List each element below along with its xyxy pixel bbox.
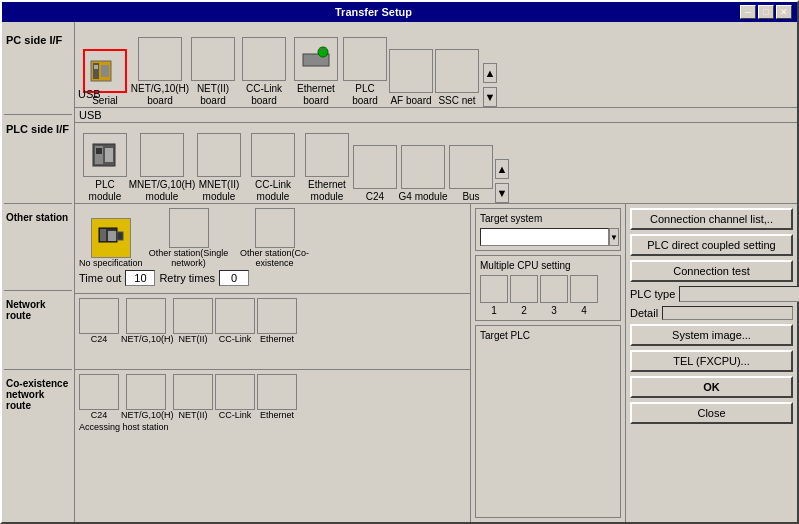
svg-rect-2 [101, 65, 109, 77]
plc-mnetg10h-icon[interactable]: MNET/G,10(H) module [133, 133, 191, 203]
plc-bus-label: Bus [462, 191, 479, 203]
plc-mnetg10h-label: MNET/G,10(H) module [129, 179, 196, 203]
plc-g4-icon[interactable]: G4 module [397, 145, 449, 203]
coexistence-route-section: C24 NET/G,10(H) NET(II) [75, 370, 470, 522]
pc-ssc-icon[interactable]: SSC net [435, 49, 479, 107]
pc-scroll-down[interactable]: ▼ [483, 87, 497, 107]
net-netg10h-item[interactable]: NET/G,10(H) [121, 298, 171, 344]
maximize-button[interactable]: □ [758, 5, 774, 19]
pc-af-label: AF board [390, 95, 431, 107]
minimize-button[interactable]: ─ [740, 5, 756, 19]
coex-c24-label: C24 [91, 410, 108, 420]
svg-rect-11 [96, 148, 102, 154]
coex-netii-item[interactable]: NET(II) [173, 374, 213, 420]
plc-bus-icon[interactable]: Bus [451, 145, 491, 203]
title-bar: Transfer Setup ─ □ ✕ [2, 2, 797, 22]
close-button-main[interactable]: Close [630, 402, 793, 424]
right-buttons-col: Connection channel list,.. PLC direct co… [625, 204, 797, 522]
plc-scroll-down[interactable]: ▼ [495, 183, 509, 203]
coex-ethernet-item[interactable]: Ethernet [257, 374, 297, 420]
usb-label-row: USB [75, 108, 797, 122]
svg-rect-14 [108, 231, 116, 241]
pc-plc-label: PLC board [343, 83, 387, 107]
transfer-setup-window: Transfer Setup ─ □ ✕ PC side I/F PLC sid… [0, 0, 799, 524]
pc-cclink-icon[interactable]: CC-Link board [239, 37, 289, 107]
ok-button[interactable]: OK [630, 376, 793, 398]
coex-netii-label: NET(II) [179, 410, 208, 420]
plc-c24-icon[interactable]: C24 [355, 145, 395, 203]
target-system-input[interactable] [480, 228, 609, 246]
pc-netii-icon[interactable]: NET(II) board [189, 37, 237, 107]
coex-netg10h-label: NET/G,10(H) [121, 410, 171, 420]
plc-mnetii-icon[interactable]: MNET(II) module [193, 133, 245, 203]
bottom-area: No specification Other station(Single ne… [75, 204, 797, 522]
accessing-host-label: Accessing host station [79, 422, 466, 432]
left-labels: PC side I/F PLC side I/F Other station N… [2, 22, 74, 522]
net-netii-item[interactable]: NET(II) [173, 298, 213, 344]
timeout-input[interactable] [125, 270, 155, 286]
tel-button[interactable]: TEL (FXCPU)... [630, 350, 793, 372]
target-system-label: Target system [480, 213, 616, 224]
cpu-2-icon[interactable] [510, 275, 538, 303]
coexistence-item[interactable]: Other station(Co-existence [235, 208, 315, 268]
network-route-section: C24 NET/G,10(H) NET(II) [75, 294, 470, 370]
net-ethernet-item[interactable]: Ethernet [257, 298, 297, 344]
retry-input[interactable] [219, 270, 249, 286]
target-system-dropdown[interactable]: ▼ [609, 228, 619, 246]
target-system-group: Target system ▼ [475, 208, 621, 251]
plc-cclink-icon[interactable]: CC-Link module [247, 133, 299, 203]
plc-ethernet-icon[interactable]: Ethernet module [301, 133, 353, 203]
detail-label-text: Detail [630, 307, 658, 319]
plc-side-label: PLC side I/F [4, 115, 72, 203]
cpu-4-icon[interactable] [570, 275, 598, 303]
coex-netg10h-item[interactable]: NET/G,10(H) [121, 374, 171, 420]
plc-type-label-text: PLC type [630, 288, 675, 300]
cpu-1-icon[interactable] [480, 275, 508, 303]
connection-channel-button[interactable]: Connection channel list,.. [630, 208, 793, 230]
cpu-4-label: 4 [570, 305, 598, 316]
plc-module-icon[interactable]: PLC module [79, 133, 131, 203]
no-specification-label: No specification [79, 258, 143, 268]
target-plc-group: Target PLC [475, 325, 621, 518]
plc-cclink-label: CC-Link module [247, 179, 299, 203]
pc-cclink-label: CC-Link board [239, 83, 289, 107]
plc-type-input[interactable] [679, 286, 799, 302]
no-specification-item[interactable]: No specification [79, 218, 143, 268]
single-network-label: Other station(Single network) [149, 248, 229, 268]
coex-c24-item[interactable]: C24 [79, 374, 119, 420]
pc-side-section: Serial NET/G,10(H) board NET(II) board C… [75, 22, 797, 108]
net-c24-item[interactable]: C24 [79, 298, 119, 344]
pc-netg10h-icon[interactable]: NET/G,10(H) board [133, 37, 187, 107]
target-plc-label: Target PLC [480, 330, 616, 341]
window-title: Transfer Setup [7, 6, 740, 18]
pc-ssc-label: SSC net [438, 95, 475, 107]
network-route-label: Network route [4, 291, 72, 369]
middle-col: Target system ▼ Multiple CPU setting [470, 204, 625, 522]
coex-cclink-item[interactable]: CC-Link [215, 374, 255, 420]
connection-test-button[interactable]: Connection test [630, 260, 793, 282]
detail-row: Detail [630, 306, 793, 320]
pc-ethernet-icon[interactable]: Ethernet board [291, 37, 341, 107]
system-image-button[interactable]: System image... [630, 324, 793, 346]
pc-netii-label: NET(II) board [189, 83, 237, 107]
net-cclink-item[interactable]: CC-Link [215, 298, 255, 344]
pc-af-icon[interactable]: AF board [389, 49, 433, 107]
timeout-row: Time out Retry times [79, 270, 466, 286]
pc-side-label: PC side I/F [4, 26, 72, 114]
plc-mnetii-label: MNET(II) module [193, 179, 245, 203]
cpu-3-icon[interactable] [540, 275, 568, 303]
plc-module-label: PLC module [79, 179, 131, 203]
cpu-3-label: 3 [540, 305, 568, 316]
plc-direct-button[interactable]: PLC direct coupled setting [630, 234, 793, 256]
plc-scroll-up[interactable]: ▲ [495, 159, 509, 179]
other-station-label: Other station [4, 204, 72, 290]
close-button[interactable]: ✕ [776, 5, 792, 19]
svg-rect-10 [105, 148, 113, 162]
pc-plc-icon[interactable]: PLC board [343, 37, 387, 107]
pc-scroll-up[interactable]: ▲ [483, 63, 497, 83]
other-station-section: No specification Other station(Single ne… [75, 204, 470, 294]
plc-ethernet-label: Ethernet module [301, 179, 353, 203]
cpu-1-label: 1 [480, 305, 508, 316]
single-network-item[interactable]: Other station(Single network) [149, 208, 229, 268]
detail-input[interactable] [662, 306, 793, 320]
